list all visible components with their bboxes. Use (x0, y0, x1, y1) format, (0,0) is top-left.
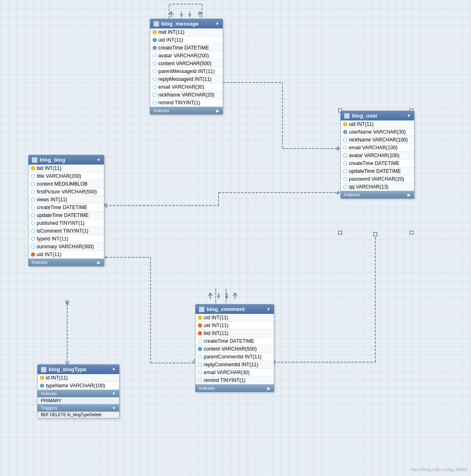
nullable-icon (31, 198, 35, 202)
field-text: uid INT(11) (204, 323, 228, 328)
svg-line-53 (208, 293, 210, 296)
field-text: isComment TINYINT(1) (37, 228, 88, 234)
indexes-bar[interactable]: Indexes ▶ (28, 259, 104, 266)
svg-line-26 (337, 191, 338, 194)
field-text: firstPicture VARCHAR(500) (37, 189, 97, 195)
index-icon (153, 46, 157, 50)
field-text: email VARCHAR(100) (349, 145, 398, 151)
table-header-blog-blogtype: blog_blogType ▼ (38, 365, 119, 374)
field-text: userName VARCHAR(30) (349, 129, 406, 135)
nullable-icon (198, 339, 202, 343)
indexes-bar[interactable]: Indexes ▶ (195, 384, 274, 392)
collapse-arrow[interactable]: ▼ (266, 307, 271, 311)
field-text: createTime DATETIME (204, 338, 254, 344)
field-text: updateTime DATETIME (349, 168, 401, 174)
table-row: content VARCHAR(500) (195, 345, 274, 353)
field-text: qq VARCHAR(13) (349, 184, 389, 190)
nullable-icon (153, 77, 157, 81)
field-text: content MEDIUMBLOB (37, 181, 87, 187)
table-row: createTime DATETIME (195, 337, 274, 345)
collapse-arrow[interactable]: ▼ (215, 21, 219, 26)
indexes-arrow: ▶ (267, 386, 271, 391)
triggers-bar[interactable]: Triggers ▼ (38, 404, 119, 412)
nullable-icon (343, 138, 347, 142)
table-blog-message: blog_message ▼ mid INT(11) uid INT(11) c… (150, 19, 223, 115)
field-text: avatar VARCHAR(100) (349, 153, 399, 158)
table-row: uid INT(11) (341, 120, 414, 128)
field-text: email VARCHAR(30) (158, 84, 204, 90)
table-blog-blogtype: blog_blogType ▼ id INT(11) typeName VARC… (37, 364, 120, 419)
nullable-icon (31, 174, 35, 178)
field-text: createTime DATETIME (158, 45, 209, 51)
table-row: isComment TINYINT(1) (28, 227, 104, 235)
nullable-icon (343, 146, 347, 150)
indexes-label: Indexes (153, 108, 170, 113)
field-text: updateTime DATETIME (37, 212, 89, 218)
fk-icon (198, 323, 202, 328)
nullable-icon (31, 205, 35, 210)
table-row: replyCommentId INT(11) (195, 361, 274, 369)
index-icon (153, 38, 157, 42)
triggers-arrow: ▼ (112, 406, 116, 410)
nullable-icon (198, 363, 202, 367)
nullable-icon (153, 69, 157, 73)
table-row: mid INT(11) (150, 28, 223, 36)
table-blog-blog: blog_blog ▼ bid INT(11) title VARCHAR(20… (28, 155, 104, 266)
table-row: createTime DATETIME (341, 160, 414, 167)
table-icon (344, 113, 350, 119)
table-header-blog-blog: blog_blog ▼ (28, 155, 104, 165)
indexes-label: Indexes (41, 391, 57, 396)
table-row: remind TINYINT(1) (195, 377, 274, 384)
svg-rect-49 (374, 233, 377, 236)
table-blog-comment: blog_comment ▼ cid INT(11) uid INT(11) b… (195, 304, 274, 392)
field-text: views INT(11) (37, 197, 67, 203)
table-row: uid INT(11) (28, 251, 104, 259)
field-text: replyCommentId INT(11) (204, 362, 258, 368)
table-blog-user: blog_user ▼ uid INT(11) userName VARCHAR… (340, 111, 414, 199)
table-row: uid INT(11) (195, 322, 274, 330)
indexes-bar[interactable]: Indexes ▶ (150, 107, 223, 114)
field-text: title VARCHAR(200) (37, 173, 81, 179)
field-text: uid INT(11) (158, 37, 183, 43)
indexes-bar[interactable]: Indexes ▼ (38, 390, 119, 397)
nullable-icon (31, 213, 35, 217)
nullable-icon (153, 93, 157, 97)
field-text: id INT(11) (46, 375, 68, 381)
nullable-icon (31, 245, 35, 249)
watermark: https://blog.csdn.net/bg_45858 (410, 467, 467, 472)
table-row: uid INT(11) (150, 36, 223, 44)
table-row: firstPicture VARCHAR(500) (28, 188, 104, 196)
key-icon (153, 30, 157, 34)
table-row: nickName VARCHAR(20) (150, 91, 223, 99)
collapse-arrow[interactable]: ▼ (407, 113, 411, 118)
field-text: remind TINYINT(1) (158, 100, 200, 106)
field-text: summary VARCHAR(300) (37, 244, 94, 250)
table-name: blog_user (352, 113, 377, 119)
nullable-icon (31, 237, 35, 241)
table-row: createTime DATETIME (150, 44, 223, 52)
svg-line-12 (200, 12, 202, 15)
nullable-icon (31, 182, 35, 186)
table-row: createTime DATETIME (28, 204, 104, 212)
table-row: title VARCHAR(200) (28, 172, 104, 180)
svg-line-18 (337, 148, 338, 151)
nullable-icon (198, 355, 202, 359)
collapse-arrow[interactable]: ▼ (112, 367, 116, 372)
field-text: parentMessageId INT(11) (158, 68, 215, 74)
indexes-bar[interactable]: Indexes ▶ (341, 191, 414, 198)
table-row: email VARCHAR(30) (195, 369, 274, 377)
svg-line-11 (198, 12, 200, 15)
nullable-icon (343, 161, 347, 165)
triggers-label: Triggers (41, 405, 57, 410)
table-row: published TINYINT(1) (28, 219, 104, 227)
table-row: id INT(11) (38, 374, 119, 382)
svg-line-60 (233, 293, 235, 296)
collapse-arrow[interactable]: ▼ (97, 158, 101, 162)
field-text: bid INT(11) (204, 330, 228, 336)
svg-line-54 (210, 293, 212, 296)
svg-line-33 (67, 361, 69, 364)
field-text: createTime DATETIME (37, 205, 87, 210)
key-icon (40, 376, 44, 380)
field-text: published TINYINT(1) (37, 220, 85, 226)
svg-rect-64 (339, 231, 342, 234)
